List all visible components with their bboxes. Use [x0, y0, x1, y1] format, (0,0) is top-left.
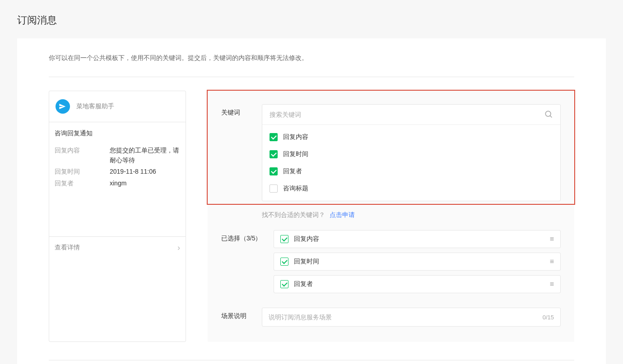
- preview-field: 回复时间 2019-11-8 11:06: [55, 167, 180, 177]
- keyword-search-wrap: 回复内容 回复时间 回复者: [262, 104, 561, 201]
- preview-field-label: 回复者: [55, 179, 110, 189]
- page-title: 订阅消息: [17, 14, 606, 27]
- drag-handle-icon[interactable]: ≡: [550, 258, 554, 265]
- keyword-item[interactable]: 回复者: [262, 163, 560, 180]
- selected-item[interactable]: 回复内容 ≡: [274, 230, 561, 248]
- apply-link[interactable]: 点击申请: [330, 211, 355, 218]
- checkbox-icon[interactable]: [270, 184, 278, 193]
- selected-text: 回复者: [294, 280, 544, 288]
- preview-subtitle: 咨询回复通知: [55, 129, 180, 138]
- keyword-text: 咨询标题: [283, 184, 308, 193]
- checkbox-outline-icon[interactable]: [280, 258, 288, 266]
- checkbox-icon[interactable]: [270, 167, 278, 175]
- scene-input-wrap: 0/15: [262, 308, 561, 327]
- keyword-text: 回复者: [283, 167, 302, 175]
- keyword-item[interactable]: 回复内容: [262, 129, 560, 146]
- preview-field: 回复内容 您提交的工单已受理，请耐心等待: [55, 146, 180, 165]
- svg-line-1: [550, 115, 552, 117]
- keyword-item[interactable]: 回复时间: [262, 146, 560, 163]
- hint-prefix: 找不到合适的关键词？: [262, 211, 325, 218]
- preview-field-value: 2019-11-8 11:06: [110, 167, 156, 177]
- preview-footer[interactable]: 查看详情 ›: [49, 236, 186, 259]
- keyword-text: 回复时间: [283, 150, 308, 158]
- checkbox-outline-icon[interactable]: [280, 280, 288, 288]
- search-icon[interactable]: [544, 110, 553, 120]
- instruction-text: 你可以在同一个公共模板下，使用不同的关键词。提交后，关键词的内容和顺序将无法修改…: [49, 54, 574, 77]
- search-input[interactable]: [270, 105, 544, 124]
- selected-label: 已选择（3/5）: [221, 230, 262, 298]
- preview-field-label: 回复内容: [55, 146, 110, 165]
- checkbox-icon[interactable]: [270, 133, 278, 141]
- scene-input[interactable]: [269, 308, 543, 326]
- selected-item[interactable]: 回复者 ≡: [274, 275, 561, 293]
- keyword-label: 关键词: [221, 104, 250, 201]
- main-card: 你可以在同一个公共模板下，使用不同的关键词。提交后，关键词的内容和顺序将无法修改…: [17, 38, 606, 364]
- keyword-item[interactable]: 咨询标题: [262, 180, 560, 197]
- paper-plane-icon: [56, 99, 70, 114]
- keyword-list[interactable]: 回复内容 回复时间 回复者: [262, 125, 560, 201]
- svg-point-0: [545, 111, 551, 116]
- checkbox-icon[interactable]: [270, 150, 278, 158]
- drag-handle-icon[interactable]: ≡: [550, 235, 554, 243]
- account-name: 菜地客服助手: [76, 102, 114, 111]
- preview-field: 回复者 xingm: [55, 179, 180, 189]
- keyword-text: 回复内容: [283, 133, 308, 141]
- chevron-right-icon: ›: [177, 243, 180, 253]
- preview-field-label: 回复时间: [55, 167, 110, 177]
- selected-text: 回复时间: [294, 258, 544, 266]
- preview-card: 菜地客服助手 咨询回复通知 回复内容 您提交的工单已受理，请耐心等待 回复时间 …: [49, 91, 186, 342]
- checkbox-outline-icon[interactable]: [280, 235, 288, 243]
- preview-field-value: 您提交的工单已受理，请耐心等待: [110, 146, 180, 165]
- view-detail-label: 查看详情: [55, 244, 80, 252]
- preview-header: 菜地客服助手: [49, 91, 186, 122]
- selected-text: 回复内容: [294, 235, 544, 243]
- drag-handle-icon[interactable]: ≡: [550, 281, 554, 288]
- scene-label: 场景说明: [221, 308, 250, 327]
- keyword-highlight-box: 关键词: [207, 90, 575, 205]
- form-panel: 关键词: [208, 91, 574, 342]
- char-count: 0/15: [543, 314, 554, 321]
- keyword-hint: 找不到合适的关键词？ 点击申请: [262, 211, 561, 219]
- selected-item[interactable]: 回复时间 ≡: [274, 253, 561, 271]
- preview-field-value: xingm: [110, 179, 126, 189]
